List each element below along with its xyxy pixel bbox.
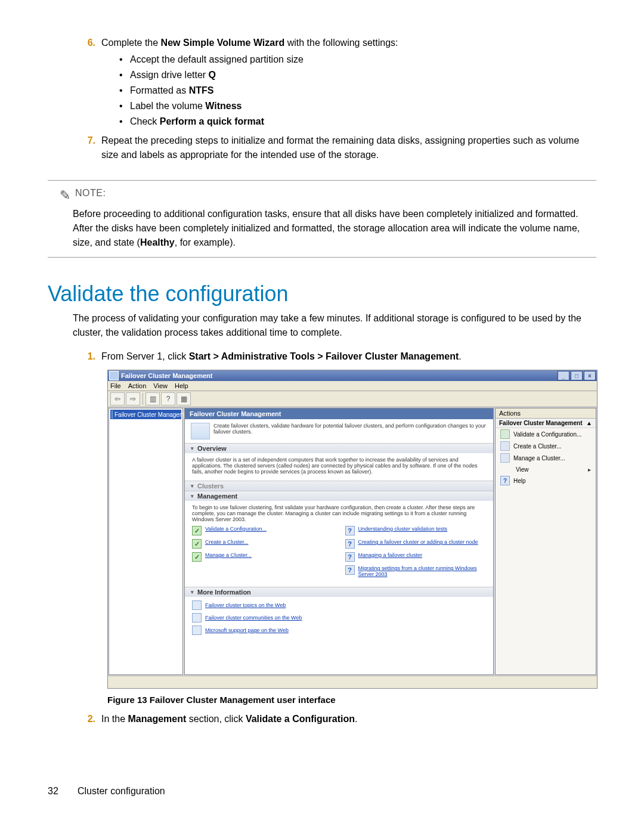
step6-bullet-1-b: Q — [209, 70, 216, 80]
note-label: NOTE: — [75, 188, 106, 199]
actions-pane: Actions Failover Cluster Management ▲ Va… — [495, 408, 596, 675]
toolbar-back-icon[interactable]: ⇦ — [110, 392, 125, 405]
menu-action[interactable]: Action — [128, 382, 147, 389]
caret-icon[interactable]: ▾ — [191, 483, 194, 489]
more-info-title: More Information — [197, 589, 251, 596]
toolbar-divider — [143, 393, 143, 405]
divider — [48, 180, 596, 181]
window-titlebar[interactable]: Failover Cluster Management _ □ × — [108, 370, 597, 381]
chevron-up-icon[interactable]: ▲ — [586, 420, 592, 426]
step6-bullet-1-pre: Assign drive letter — [130, 70, 209, 80]
wizard-icon: ✓ — [192, 526, 202, 535]
link-managing-failover-cluster[interactable]: Managing a failover cluster — [358, 552, 423, 558]
step-6-row: 6. Complete the New Simple Volume Wizard… — [72, 36, 596, 162]
step-2-body: In the Management section, click Validat… — [101, 712, 596, 726]
close-button[interactable]: × — [584, 371, 596, 380]
step6-bullet-3-pre: Label the volume — [130, 101, 205, 111]
step1-bold: Start > Administrative Tools > Failover … — [189, 351, 459, 361]
toolbar-properties-icon[interactable]: ▥ — [145, 392, 160, 405]
step-6-pre: Complete the — [101, 38, 161, 48]
status-bar — [108, 676, 597, 688]
menu-help[interactable]: Help — [175, 382, 188, 389]
step6-bullet-2-b: NTFS — [189, 85, 214, 95]
caret-icon[interactable]: ▾ — [191, 589, 194, 595]
link-create-cluster[interactable]: Create a Cluster... — [205, 539, 249, 545]
divider — [48, 257, 596, 258]
step-1-row: 1. From Server 1, click Start > Administ… — [72, 349, 596, 364]
toolbar-forward-icon[interactable]: ⇨ — [126, 392, 140, 405]
step6-bullet-0: Accept the default assigned partition si… — [130, 54, 304, 64]
page-footer: 32 Cluster configuration — [48, 786, 596, 797]
intro-paragraph: The process of validating your configura… — [73, 311, 596, 340]
step-7-row: 7. Repeat the preceding steps to initial… — [72, 134, 596, 162]
step-6-bullets: Accept the default assigned partition si… — [119, 52, 596, 129]
section-clusters: ▾Clusters — [185, 481, 493, 491]
caret-icon[interactable]: ▾ — [191, 445, 194, 451]
step6-bullet-4-pre: Check — [130, 116, 160, 126]
wizard-icon: ✓ — [192, 552, 202, 562]
step1-post: . — [459, 351, 461, 361]
clusters-title: Clusters — [197, 482, 224, 490]
help-icon: ? — [345, 552, 355, 562]
toolbar-refresh-icon[interactable]: ▦ — [177, 392, 191, 405]
action-manage-cluster[interactable]: Manage a Cluster... — [513, 455, 565, 462]
caret-icon[interactable]: ▾ — [191, 493, 194, 499]
note-body-post: , for example). — [175, 237, 236, 247]
step-2-number: 2. — [72, 712, 101, 726]
web-icon — [192, 613, 202, 623]
action-help[interactable]: Help — [513, 478, 526, 484]
web-icon — [192, 600, 202, 610]
step-7-number: 7. — [72, 134, 101, 162]
step6-bullet-4-b: Perform a quick format — [160, 116, 264, 126]
action-create-cluster[interactable]: Create a Cluster... — [513, 443, 562, 450]
step-2-row: 2. In the Management section, click Vali… — [72, 712, 596, 726]
action-view[interactable]: View — [516, 466, 529, 473]
help-icon: ? — [345, 526, 355, 535]
help-icon: ? — [345, 539, 355, 549]
tree-root-selected[interactable]: Failover Cluster Management — [110, 410, 181, 419]
center-intro: Create failover clusters, validate hardw… — [185, 419, 493, 443]
page-number: 32 — [48, 786, 66, 797]
maximize-button[interactable]: □ — [571, 371, 583, 380]
web-icon — [192, 625, 202, 635]
footer-section: Cluster configuration — [78, 786, 165, 797]
center-intro-icon — [191, 423, 210, 439]
link-ms-support-web[interactable]: Microsoft support page on the Web — [205, 627, 289, 633]
screenshot-window: Failover Cluster Management _ □ × File A… — [107, 370, 597, 689]
section-management: ▾Management To begin to use failover clu… — [185, 491, 493, 587]
actions-title: Actions — [496, 408, 596, 419]
step2-mid: section, click — [186, 714, 246, 724]
link-failover-topics-web[interactable]: Failover cluster topics on the Web — [205, 602, 286, 608]
link-failover-communities-web[interactable]: Failover cluster communities on the Web — [205, 615, 302, 621]
action-validate-configuration[interactable]: Validate a Configuration... — [513, 431, 581, 438]
center-pane: Failover Cluster Management Create failo… — [184, 408, 494, 675]
minimize-button[interactable]: _ — [558, 371, 569, 380]
menu-view[interactable]: View — [153, 382, 168, 389]
note-icon: ✎ — [60, 188, 70, 203]
overview-title: Overview — [197, 445, 227, 452]
center-intro-text: Create failover clusters, validate hardw… — [213, 423, 487, 439]
actions-group-label: Failover Cluster Management — [499, 420, 582, 426]
step-6-bold: New Simple Volume Wizard — [161, 38, 285, 48]
link-validate-configuration[interactable]: Validate a Configuration... — [205, 526, 267, 532]
wizard-icon — [500, 429, 510, 439]
step2-b2: Validate a Configuration — [246, 714, 355, 724]
cluster-icon — [112, 410, 113, 419]
arrow-right-icon: ▸ — [588, 466, 591, 473]
step2-b1: Management — [128, 714, 186, 724]
help-icon: ? — [345, 565, 355, 575]
link-creating-cluster-node[interactable]: Creating a failover cluster or adding a … — [358, 539, 478, 545]
step6-bullet-3-b: Witness — [205, 101, 242, 111]
toolbar-help-icon[interactable]: ? — [161, 392, 175, 405]
link-understanding-validation[interactable]: Understanding cluster validation tests — [358, 526, 448, 532]
note-body-bold: Healthy — [140, 237, 175, 247]
link-manage-cluster[interactable]: Manage a Cluster... — [205, 552, 252, 558]
help-icon: ? — [500, 476, 510, 485]
step-1-body: From Server 1, click Start > Administrat… — [101, 349, 596, 364]
step2-pre: In the — [101, 714, 128, 724]
app-icon — [109, 371, 119, 380]
mgmt-title: Management — [197, 493, 237, 500]
menu-file[interactable]: File — [110, 382, 121, 389]
step2-post: . — [355, 714, 357, 724]
link-migrating-settings[interactable]: Migrating settings from a cluster runnin… — [358, 565, 487, 577]
